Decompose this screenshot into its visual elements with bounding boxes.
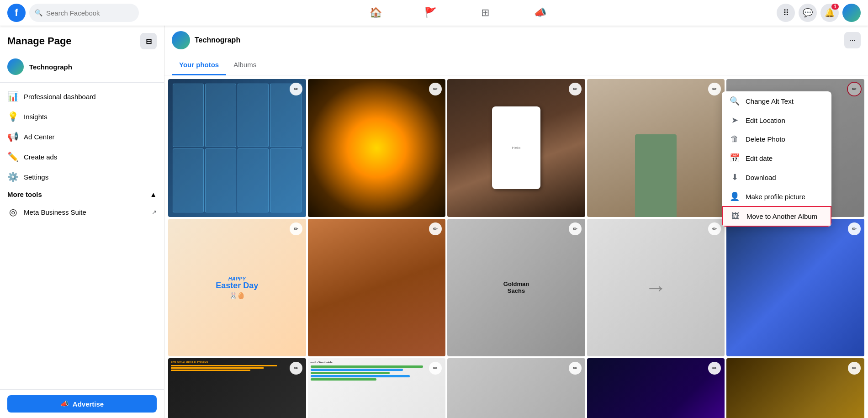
settings-icon: ⚙️: [7, 171, 18, 182]
nav-right-icons: ⠿ 💬 🔔 1: [777, 4, 861, 22]
edit-photo-easter[interactable]: ✏: [290, 222, 302, 235]
photo-cell-easter[interactable]: HAPPY Easter Day 🐰🥚 ✏: [168, 219, 306, 357]
notification-badge: 1: [831, 4, 839, 10]
sidebar-item-label-professional-dashboard: Professional dashboard: [24, 93, 96, 101]
facebook-logo[interactable]: f: [7, 4, 26, 22]
search-bar[interactable]: 🔍: [29, 4, 139, 22]
edit-location-label: Edit Location: [746, 116, 785, 124]
sidebar-title: Manage Page ⊟: [7, 33, 157, 49]
edit-photo-light[interactable]: ✏: [429, 83, 442, 95]
tabs-bar: Your photos Albums: [164, 55, 868, 75]
photo-cell-social[interactable]: RITE SOCIAL MEDIA PLATFORMS ✏: [168, 358, 306, 418]
goldman-text: GoldmanSachs: [503, 280, 529, 295]
edit-photo-jeans[interactable]: ✏: [848, 222, 861, 235]
sidebar-item-meta-business-suite[interactable]: ◎ Meta Business Suite ↗: [4, 202, 160, 222]
menu-item-download[interactable]: ⬇ Download: [722, 168, 831, 187]
edit-photo-arrow[interactable]: ✏: [708, 222, 721, 235]
download-icon: ⬇: [729, 172, 740, 182]
sidebar-footer: 📣 Advertise: [0, 389, 164, 418]
sidebar-item-label-insights: Insights: [24, 113, 48, 121]
tab-your-photos[interactable]: Your photos: [172, 55, 226, 75]
menu-item-move-to-album[interactable]: 🖼 Move to Another Album: [722, 206, 831, 227]
edit-photo-tech[interactable]: ✏: [290, 83, 302, 95]
page-header-more-button[interactable]: ···: [844, 32, 861, 48]
sidebar-item-ad-center[interactable]: 📢 Ad Center: [4, 127, 160, 147]
change-alt-text-icon: 🔍: [729, 96, 740, 106]
search-icon: 🔍: [35, 9, 42, 16]
sidebar-item-label-create-ads: Create ads: [24, 153, 57, 161]
meta-business-icon: ◎: [7, 206, 18, 217]
menu-item-make-profile-picture[interactable]: 👤 Make profile picture: [722, 187, 831, 206]
edit-photo-goldman[interactable]: ✏: [569, 222, 582, 235]
apps-icon: ⠿: [783, 8, 789, 18]
page-header-avatar: [172, 31, 190, 49]
tab-albums[interactable]: Albums: [226, 55, 264, 75]
apps-button[interactable]: ⠿: [777, 4, 795, 22]
advertise-label: Advertise: [73, 400, 104, 408]
photo-cell-light[interactable]: ✏: [308, 79, 446, 217]
search-input[interactable]: [46, 9, 133, 17]
edit-location-icon: ➤: [729, 115, 740, 125]
ad-center-icon: 📢: [7, 131, 18, 142]
sidebar-item-insights[interactable]: 💡 Insights: [4, 106, 160, 127]
chart-title: erall - Worldwide: [311, 361, 443, 364]
nav-pages-button[interactable]: 🚩: [405, 2, 456, 24]
easter-happy-text: HAPPY: [216, 276, 258, 281]
photo-cell-arrow[interactable]: → ✏: [587, 219, 725, 357]
advertise-button[interactable]: 📣 Advertise: [7, 395, 157, 413]
photo-cell-chart[interactable]: erall - Worldwide ✏: [308, 358, 446, 418]
sidebar-page-item[interactable]: Technograph: [7, 55, 157, 79]
nav-center-icons: 🏠 🚩 ⊞ 📣: [139, 2, 777, 24]
edit-date-icon: 📅: [729, 153, 740, 163]
nav-ads-button[interactable]: 📣: [514, 2, 566, 24]
sidebar-collapse-button[interactable]: ⊟: [140, 33, 157, 49]
sidebar-item-settings[interactable]: ⚙️ Settings: [4, 167, 160, 187]
edit-photo-dollar[interactable]: ✏: [569, 362, 582, 375]
more-tools-toggle[interactable]: ▲: [150, 190, 157, 198]
sidebar-item-label-settings: Settings: [24, 173, 48, 181]
menu-item-delete-photo[interactable]: 🗑 Delete Photo: [722, 130, 831, 148]
photo-cell-neon[interactable]: ✏: [587, 358, 725, 418]
move-to-album-label: Move to Another Album: [746, 212, 817, 220]
photo-cell-plant[interactable]: ✏: [587, 79, 725, 217]
edit-photo-phone[interactable]: ✏: [569, 83, 582, 95]
edit-photo-neon[interactable]: ✏: [708, 362, 721, 375]
photo-cell-bitcoin[interactable]: ₿ ✏: [726, 358, 864, 418]
nav-marketplace-button[interactable]: ⊞: [460, 2, 511, 24]
context-menu: 🔍 Change Alt Text ➤ Edit Location 🗑 Dele…: [722, 91, 831, 227]
photo-cell-phone[interactable]: Hello ✏: [447, 79, 585, 217]
manage-page-label: Manage Page: [7, 35, 72, 47]
page-header-name: Technograph: [195, 36, 240, 44]
profile-picture-icon: 👤: [729, 191, 740, 201]
messenger-icon: 💬: [803, 8, 813, 18]
menu-item-edit-location[interactable]: ➤ Edit Location: [722, 111, 831, 130]
edit-photo-street[interactable]: ✏: [429, 222, 442, 235]
menu-item-edit-date[interactable]: 📅 Edit date: [722, 148, 831, 168]
insights-icon: 💡: [7, 111, 18, 122]
edit-photo-social[interactable]: ✏: [290, 362, 302, 375]
nav-home-button[interactable]: 🏠: [350, 2, 401, 24]
menu-item-change-alt-text[interactable]: 🔍 Change Alt Text: [722, 91, 831, 111]
arrow-symbol: →: [645, 275, 667, 300]
make-profile-picture-label: Make profile picture: [746, 193, 805, 201]
more-tools-section: More tools ▲: [4, 187, 160, 202]
sidebar-item-professional-dashboard[interactable]: 📊 Professional dashboard: [4, 86, 160, 106]
photo-cell-jeans[interactable]: ✏: [726, 219, 864, 357]
notifications-button[interactable]: 🔔 1: [820, 4, 839, 22]
avatar[interactable]: [842, 4, 861, 22]
photo-cell-tech[interactable]: ✏: [168, 79, 306, 217]
sidebar-item-create-ads[interactable]: ✏️ Create ads: [4, 147, 160, 167]
create-ads-icon: ✏️: [7, 151, 18, 162]
sidebar: Manage Page ⊟ Technograph 📊 Professional…: [0, 26, 164, 418]
edit-photo-plant[interactable]: ✏: [708, 83, 721, 95]
messenger-button[interactable]: 💬: [799, 4, 817, 22]
sidebar-item-label-meta: Meta Business Suite: [24, 208, 86, 216]
top-navigation: f 🔍 🏠 🚩 ⊞ 📣 ⠿ 💬 🔔 1: [0, 0, 868, 26]
page-name: Technograph: [29, 63, 72, 71]
edit-photo-bitcoin[interactable]: ✏: [848, 362, 861, 375]
delete-photo-icon: 🗑: [729, 134, 740, 144]
photo-cell-street[interactable]: ✏: [308, 219, 446, 357]
photo-cell-goldman[interactable]: GoldmanSachs ✏: [447, 219, 585, 357]
advertise-icon: 📣: [60, 400, 69, 408]
photo-cell-dollar[interactable]: ✏: [447, 358, 585, 418]
